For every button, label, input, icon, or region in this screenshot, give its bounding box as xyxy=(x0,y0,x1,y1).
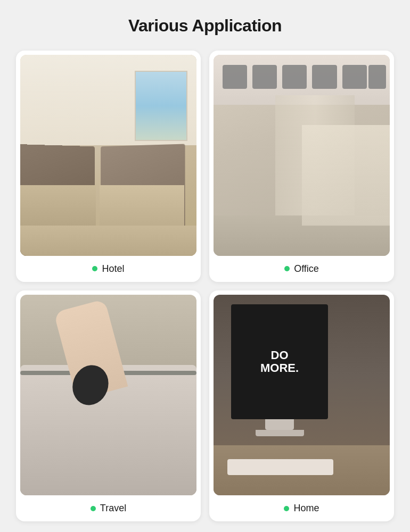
travel-label: Travel xyxy=(16,495,201,521)
home-label: Home xyxy=(209,495,394,521)
travel-dot xyxy=(91,506,96,511)
application-grid: Hotel Office xyxy=(16,51,394,521)
monitor-text: DOMORE. xyxy=(260,349,299,375)
travel-label-text: Travel xyxy=(100,503,126,514)
monitor: DOMORE. xyxy=(231,304,328,435)
office-image xyxy=(214,55,390,256)
page-title: Various Application xyxy=(128,16,282,36)
hotel-label-text: Hotel xyxy=(102,263,124,275)
hotel-label: Hotel xyxy=(16,256,201,282)
office-label-text: Office xyxy=(294,263,319,275)
office-dot xyxy=(284,266,290,271)
hotel-card: Hotel xyxy=(16,51,201,282)
hotel-dot xyxy=(92,266,97,271)
home-card: DOMORE. Home xyxy=(209,290,394,522)
home-image: DOMORE. xyxy=(214,295,390,496)
home-label-text: Home xyxy=(293,503,319,514)
home-dot xyxy=(284,506,289,511)
travel-image xyxy=(20,295,196,496)
hotel-image xyxy=(20,55,196,256)
travel-card: Travel xyxy=(16,290,201,522)
office-label: Office xyxy=(209,256,394,282)
office-card: Office xyxy=(209,51,394,282)
